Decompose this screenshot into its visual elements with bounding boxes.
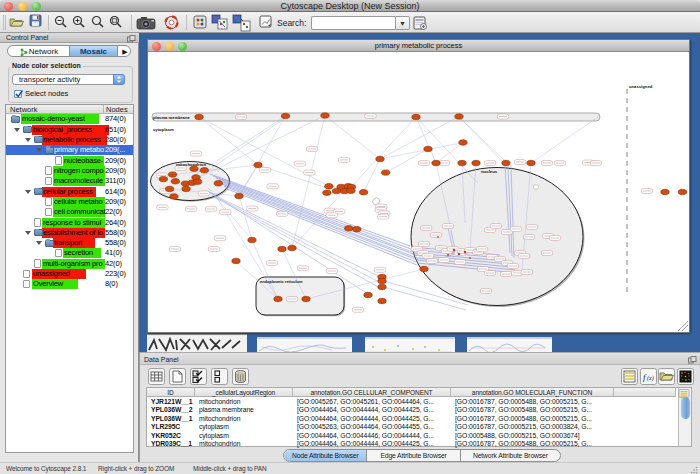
svg-text:(x): (x) [647, 375, 654, 382]
svg-text:unassigned: unassigned [629, 84, 653, 89]
svg-text:plasma membrane: plasma membrane [153, 115, 190, 120]
svg-text:cytoplasm: cytoplasm [153, 127, 174, 132]
svg-text:endoplasmic reticulum: endoplasmic reticulum [260, 279, 303, 284]
svg-text:mitochondrion: mitochondrion [176, 162, 206, 167]
svg-text:nucleus: nucleus [481, 169, 498, 174]
